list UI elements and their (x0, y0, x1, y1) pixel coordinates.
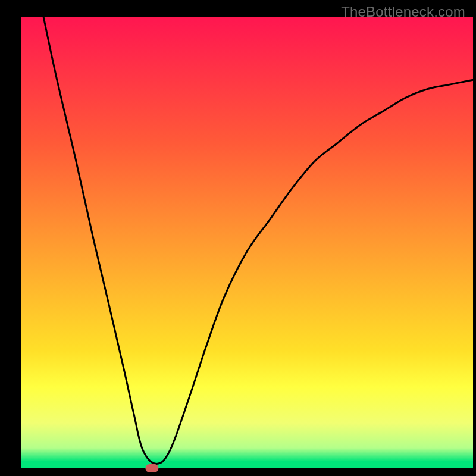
svg-rect-4 (21, 17, 473, 468)
svg-rect-0 (0, 0, 21, 476)
chart-svg (0, 0, 476, 476)
watermark-text: TheBottleneck.com (341, 4, 465, 20)
svg-rect-3 (0, 468, 476, 476)
svg-rect-2 (473, 0, 476, 476)
optimal-marker (145, 464, 158, 472)
bottleneck-chart: TheBottleneck.com (0, 0, 476, 476)
